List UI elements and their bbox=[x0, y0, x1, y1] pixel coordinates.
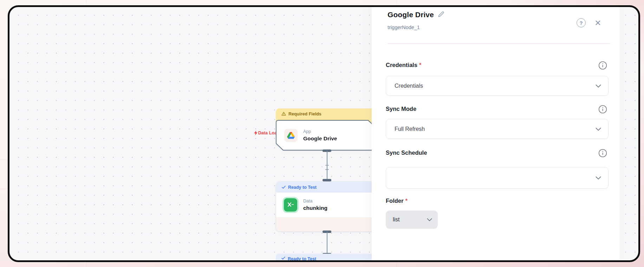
node-category-label: Data bbox=[303, 199, 327, 203]
credentials-select[interactable]: Credentials bbox=[386, 76, 609, 96]
select-value: Credentials bbox=[395, 83, 423, 89]
info-icon[interactable] bbox=[598, 105, 607, 115]
panel-title: Google Drive bbox=[388, 11, 434, 19]
field-label-sync-schedule: Sync Schedule bbox=[386, 149, 429, 156]
info-icon[interactable] bbox=[598, 149, 607, 159]
connector-tick bbox=[325, 169, 329, 170]
connector-edge bbox=[327, 232, 327, 255]
node-google-drive[interactable]: App Google Drive bbox=[276, 120, 375, 151]
select-value: Full Refresh bbox=[395, 126, 425, 132]
node-settings-panel: Google Drive triggerNode_1 ? × Credentia… bbox=[372, 7, 619, 260]
lightning-bolt-icon bbox=[254, 131, 258, 135]
page-grid-line bbox=[0, 160, 8, 160]
field-label-folder: Folder* bbox=[386, 198, 408, 204]
page-grid-line bbox=[0, 189, 8, 189]
close-icon[interactable]: × bbox=[595, 18, 601, 27]
banner-text: Ready to Test bbox=[288, 185, 317, 190]
node-input-port[interactable] bbox=[323, 179, 331, 181]
info-icon[interactable] bbox=[598, 61, 607, 71]
connector-edge bbox=[327, 151, 327, 181]
workflow-editor-frame: Data Loader Required Fields App Google D… bbox=[8, 5, 640, 262]
edit-pencil-icon[interactable] bbox=[437, 11, 444, 19]
folder-select[interactable]: list bbox=[386, 211, 438, 229]
sync-schedule-select[interactable] bbox=[386, 167, 609, 189]
check-icon bbox=[281, 256, 285, 260]
connector-tick bbox=[325, 165, 329, 166]
banner-text: Ready to Test bbox=[288, 256, 316, 261]
node-footer-strip bbox=[276, 217, 375, 231]
help-icon[interactable]: ? bbox=[577, 18, 586, 27]
node-chunking[interactable]: Ready to Test Data chunking bbox=[276, 181, 375, 232]
sync-mode-select[interactable]: Full Refresh bbox=[386, 119, 609, 139]
header-divider bbox=[388, 44, 610, 44]
check-icon bbox=[282, 186, 286, 189]
warning-triangle-icon bbox=[281, 112, 286, 116]
node-id-label: triggerNode_1 bbox=[388, 25, 420, 30]
select-value: list bbox=[393, 216, 400, 223]
node-title: Google Drive bbox=[303, 135, 337, 142]
node-category-label: App bbox=[303, 129, 337, 134]
field-label-credentials: Credentials* bbox=[386, 62, 421, 68]
field-label-sync-mode: Sync Mode bbox=[386, 106, 418, 112]
chevron-down-icon bbox=[596, 126, 601, 132]
node-title: chunking bbox=[303, 205, 327, 211]
chevron-down-icon bbox=[427, 216, 432, 223]
next-node-banner[interactable]: Ready to Test bbox=[276, 254, 375, 262]
chevron-down-icon bbox=[596, 175, 601, 181]
chunking-split-icon bbox=[284, 198, 297, 212]
ready-to-test-banner: Ready to Test bbox=[276, 182, 375, 193]
google-drive-icon bbox=[284, 129, 298, 142]
chevron-down-icon bbox=[596, 83, 601, 89]
banner-text: Required Fields bbox=[288, 112, 321, 116]
